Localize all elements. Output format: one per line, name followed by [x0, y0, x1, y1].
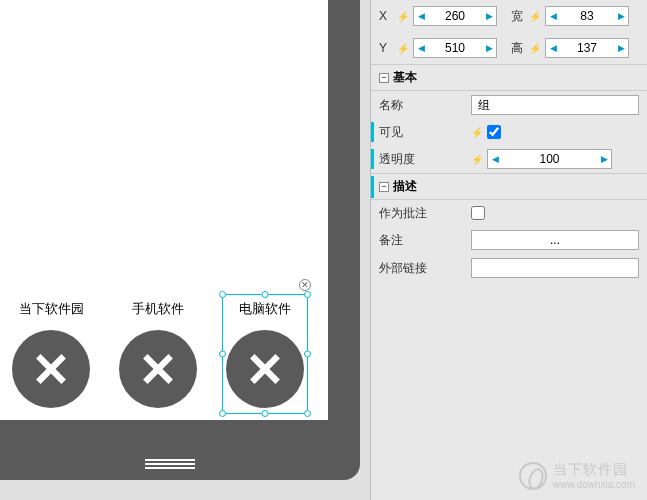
resize-handle-tl[interactable] [219, 291, 226, 298]
section-basic-title: 基本 [393, 69, 417, 86]
prop-visible-row: 可见 ⚡ [371, 119, 647, 145]
accent-bar [371, 149, 374, 169]
bolt-icon: ⚡ [471, 154, 483, 165]
tab-label: 当下软件园 [19, 300, 84, 318]
bolt-icon: ⚡ [529, 43, 541, 54]
accent-bar [371, 176, 374, 198]
link-label: 外部链接 [379, 260, 471, 277]
prop-link-row: 外部链接 [371, 254, 647, 282]
increment-icon[interactable]: ▶ [614, 7, 628, 25]
watermark: 当下软件园 www.downxia.com [519, 461, 635, 490]
decrement-icon[interactable]: ◀ [414, 7, 428, 25]
section-basic-header[interactable]: − 基本 [371, 64, 647, 91]
remark-label: 备注 [379, 232, 471, 249]
resize-handle-bl[interactable] [219, 410, 226, 417]
device-frame: 当下软件园 手机软件 电脑软件 [0, 0, 360, 480]
device-screen[interactable]: 当下软件园 手机软件 电脑软件 [0, 0, 328, 420]
remark-button[interactable]: ... [471, 230, 639, 250]
name-label: 名称 [379, 97, 471, 114]
collapse-icon[interactable]: − [379, 182, 389, 192]
watermark-logo-icon [519, 462, 547, 490]
bolt-icon: ⚡ [471, 127, 483, 138]
y-input[interactable] [428, 39, 482, 57]
accent-bar [371, 122, 374, 142]
opacity-label: 透明度 [379, 151, 471, 168]
bolt-icon: ⚡ [397, 43, 409, 54]
x-spinner[interactable]: ◀ ▶ [413, 6, 497, 26]
home-indicator-icon [145, 457, 195, 460]
h-label: 高 [511, 40, 525, 57]
h-spinner[interactable]: ◀ ▶ [545, 38, 629, 58]
bolt-icon: ⚡ [529, 11, 541, 22]
y-label: Y [379, 41, 393, 55]
prop-name-row: 名称 [371, 91, 647, 119]
prop-remark-row: 备注 ... [371, 226, 647, 254]
collapse-icon[interactable]: − [379, 73, 389, 83]
opacity-spinner[interactable]: ◀ ▶ [487, 149, 612, 169]
prop-annotation-row: 作为批注 [371, 200, 647, 226]
section-description-title: 描述 [393, 178, 417, 195]
annotation-label: 作为批注 [379, 205, 471, 222]
tab-bar: 当下软件园 手机软件 电脑软件 [0, 300, 318, 408]
h-input[interactable] [560, 39, 614, 57]
resize-handle-ml[interactable] [219, 351, 226, 358]
resize-handle-mr[interactable] [304, 351, 311, 358]
resize-handle-tr[interactable] [304, 291, 311, 298]
watermark-url: www.downxia.com [553, 479, 635, 490]
close-icon [226, 330, 304, 408]
increment-icon[interactable]: ▶ [482, 7, 496, 25]
increment-icon[interactable]: ▶ [614, 39, 628, 57]
tab-item-0[interactable]: 当下软件园 [12, 300, 90, 408]
close-icon [12, 330, 90, 408]
w-input[interactable] [560, 7, 614, 25]
x-input[interactable] [428, 7, 482, 25]
section-description-header[interactable]: − 描述 [371, 173, 647, 200]
opacity-input[interactable] [502, 150, 597, 168]
selection-dismiss-icon[interactable]: ✕ [299, 279, 311, 291]
link-input[interactable] [471, 258, 639, 278]
increment-icon[interactable]: ▶ [482, 39, 496, 57]
visible-checkbox[interactable] [487, 125, 501, 139]
tab-label: 电脑软件 [239, 300, 291, 318]
resize-handle-br[interactable] [304, 410, 311, 417]
name-input[interactable] [471, 95, 639, 115]
increment-icon[interactable]: ▶ [597, 150, 611, 168]
properties-panel: X ⚡ ◀ ▶ 宽 ⚡ ◀ ▶ Y ⚡ ◀ ▶ [370, 0, 647, 500]
close-icon [119, 330, 197, 408]
watermark-cn: 当下软件园 [553, 461, 635, 479]
w-spinner[interactable]: ◀ ▶ [545, 6, 629, 26]
bolt-icon: ⚡ [397, 11, 409, 22]
decrement-icon[interactable]: ◀ [488, 150, 502, 168]
canvas-area[interactable]: 当下软件园 手机软件 电脑软件 [0, 0, 370, 500]
y-spinner[interactable]: ◀ ▶ [413, 38, 497, 58]
x-label: X [379, 9, 393, 23]
tab-item-2[interactable]: 电脑软件 ✕ [226, 300, 304, 408]
decrement-icon[interactable]: ◀ [546, 7, 560, 25]
tab-item-1[interactable]: 手机软件 [119, 300, 197, 408]
annotation-checkbox[interactable] [471, 206, 485, 220]
resize-handle-tm[interactable] [261, 291, 268, 298]
decrement-icon[interactable]: ◀ [546, 39, 560, 57]
coord-row-1: X ⚡ ◀ ▶ 宽 ⚡ ◀ ▶ [371, 0, 647, 32]
tab-label: 手机软件 [132, 300, 184, 318]
prop-opacity-row: 透明度 ⚡ ◀ ▶ [371, 145, 647, 173]
resize-handle-bm[interactable] [261, 410, 268, 417]
visible-label: 可见 [379, 124, 471, 141]
coord-row-2: Y ⚡ ◀ ▶ 高 ⚡ ◀ ▶ [371, 32, 647, 64]
decrement-icon[interactable]: ◀ [414, 39, 428, 57]
w-label: 宽 [511, 8, 525, 25]
